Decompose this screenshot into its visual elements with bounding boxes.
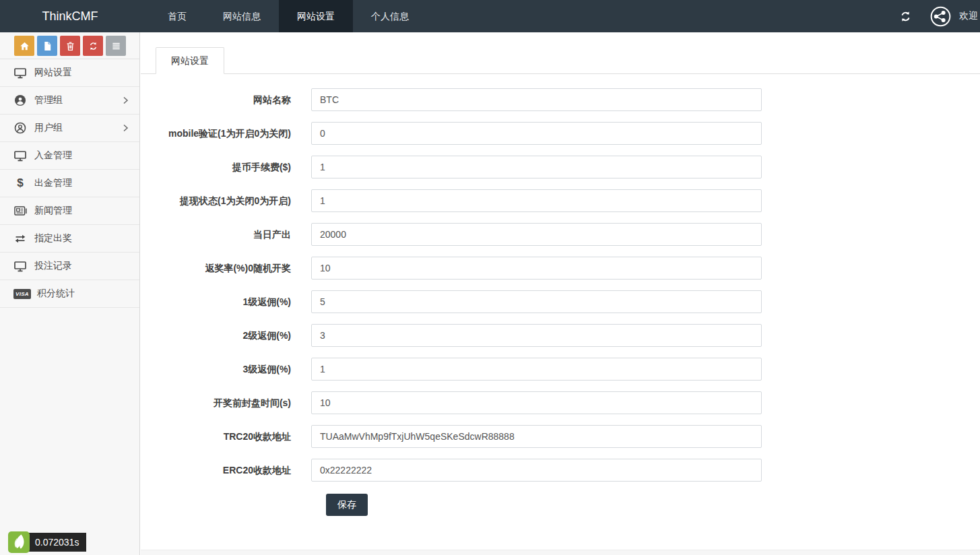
file-icon[interactable]: [37, 36, 57, 56]
lock-time-input[interactable]: [311, 391, 762, 414]
erc20-address-input[interactable]: [311, 459, 762, 482]
save-button[interactable]: 保存: [326, 494, 368, 516]
sidebar-item-site-settings[interactable]: 网站设置: [0, 59, 139, 87]
form-row: 网站名称: [156, 88, 980, 111]
topbar-right: 欢迎: [899, 0, 978, 32]
form-row: 提现状态(1为关闭0为开启): [156, 189, 980, 212]
level3-rebate-input[interactable]: [311, 358, 762, 381]
home-icon[interactable]: [14, 36, 34, 56]
form-row: 3级返佣(%): [156, 358, 980, 381]
sidebar-item-label: 投注记录: [34, 260, 72, 272]
settings-form: 网站名称 mobile验证(1为开启0为关闭) 提币手续费($) 提现状态(1为…: [141, 88, 980, 516]
sidebar-item-label: 用户组: [34, 122, 63, 134]
field-label: 提现状态(1为关闭0为开启): [156, 189, 291, 212]
thinkphp-leaf-icon: [8, 531, 30, 553]
field-label: 1级返佣(%): [156, 290, 291, 313]
form-row: 提币手续费($): [156, 156, 980, 178]
welcome-text: 欢迎: [959, 10, 978, 22]
dollar-icon: $: [13, 178, 27, 189]
sidebar-toolbar: [0, 32, 139, 59]
monitor-icon: [13, 261, 27, 272]
field-label: TRC20收款地址: [156, 425, 291, 448]
field-label: ERC20收款地址: [156, 459, 291, 482]
field-label: 返奖率(%)0随机开奖: [156, 257, 291, 280]
top-nav: 首页 网站信息 网站设置 个人信息: [150, 0, 427, 32]
monitor-icon: [13, 150, 27, 162]
nav-item-home[interactable]: 首页: [150, 0, 205, 32]
form-row: ERC20收款地址: [156, 459, 980, 482]
level1-rebate-input[interactable]: [311, 290, 762, 313]
brand-logo[interactable]: ThinkCMF: [0, 0, 140, 32]
chevron-right-icon: [123, 96, 129, 104]
content-bottom-strip: [141, 550, 980, 555]
form-row: mobile验证(1为开启0为关闭): [156, 122, 980, 145]
sidebar-item-assign-prize[interactable]: 指定出奖: [0, 225, 139, 253]
sidebar-item-label: 入金管理: [34, 150, 72, 162]
sidebar: 网站设置 管理组 用户组 入金管理 $: [0, 32, 140, 555]
sidebar-item-label: 网站设置: [34, 67, 72, 79]
tab-site-settings[interactable]: 网站设置: [156, 47, 224, 74]
payout-rate-input[interactable]: [311, 257, 762, 280]
form-row: 返奖率(%)0随机开奖: [156, 257, 980, 280]
level2-rebate-input[interactable]: [311, 324, 762, 347]
field-label: 当日产出: [156, 223, 291, 246]
sidebar-item-deposit[interactable]: 入金管理: [0, 142, 139, 170]
exchange-arrows-icon: [13, 234, 27, 244]
field-label: mobile验证(1为开启0为关闭): [156, 122, 291, 145]
sidebar-item-user-group[interactable]: 用户组: [0, 115, 139, 142]
sidebar-footer: 0.072031s: [8, 531, 86, 553]
newspaper-icon: [13, 205, 27, 216]
sidebar-menu: 网站设置 管理组 用户组 入金管理 $: [0, 59, 139, 308]
withdraw-fee-input[interactable]: [311, 156, 762, 178]
sidebar-item-news[interactable]: 新闻管理: [0, 197, 139, 225]
form-row: 当日产出: [156, 223, 980, 246]
form-row: 开奖前封盘时间(s): [156, 391, 980, 414]
withdraw-status-input[interactable]: [311, 189, 762, 212]
site-name-input[interactable]: [311, 88, 762, 111]
monitor-icon: [13, 67, 27, 79]
user-outline-icon: [13, 122, 27, 134]
main-content: 网站设置 网站名称 mobile验证(1为开启0为关闭) 提币手续费($) 提现…: [141, 32, 980, 555]
network-share-icon[interactable]: [930, 6, 951, 27]
exec-time-badge: 0.072031s: [26, 533, 86, 552]
field-label: 网站名称: [156, 88, 291, 111]
sidebar-item-label: 指定出奖: [34, 232, 72, 244]
field-label: 3级返佣(%): [156, 358, 291, 381]
nav-item-site-settings[interactable]: 网站设置: [279, 0, 353, 32]
form-row: TRC20收款地址: [156, 425, 980, 448]
sidebar-item-label: 出金管理: [34, 177, 72, 189]
user-filled-icon: [13, 94, 27, 106]
field-label: 开奖前封盘时间(s): [156, 391, 291, 414]
form-row: 1级返佣(%): [156, 290, 980, 313]
form-row: 2级返佣(%): [156, 324, 980, 347]
daily-output-input[interactable]: [311, 223, 762, 246]
recycle-icon[interactable]: [83, 36, 103, 56]
field-label: 提币手续费($): [156, 156, 291, 178]
mobile-verify-input[interactable]: [311, 122, 762, 145]
sidebar-item-label: 积分统计: [37, 288, 75, 300]
tab-bar: 网站设置: [141, 47, 980, 74]
list-icon[interactable]: [106, 36, 126, 56]
trash-icon[interactable]: [60, 36, 80, 56]
refresh-icon[interactable]: [899, 10, 912, 23]
field-label: 2级返佣(%): [156, 324, 291, 347]
sidebar-item-withdraw[interactable]: $ 出金管理: [0, 170, 139, 197]
nav-item-site-info[interactable]: 网站信息: [205, 0, 279, 32]
chevron-right-icon: [123, 124, 129, 132]
sidebar-item-points-stats[interactable]: VISA 积分统计: [0, 280, 139, 308]
sidebar-item-label: 新闻管理: [34, 205, 72, 217]
save-row: 保存: [156, 494, 980, 516]
sidebar-item-label: 管理组: [34, 94, 63, 106]
nav-item-profile[interactable]: 个人信息: [353, 0, 427, 32]
visa-icon: VISA: [13, 289, 31, 299]
topbar: ThinkCMF 首页 网站信息 网站设置 个人信息 欢迎: [0, 0, 980, 32]
sidebar-item-bet-records[interactable]: 投注记录: [0, 253, 139, 280]
sidebar-item-admin-group[interactable]: 管理组: [0, 87, 139, 115]
trc20-address-input[interactable]: [311, 425, 762, 448]
